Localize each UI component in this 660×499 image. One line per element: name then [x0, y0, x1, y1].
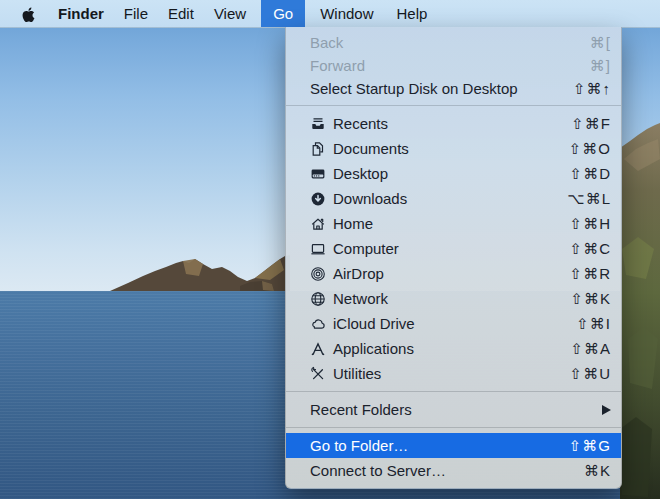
menu-item-icloud-drive[interactable]: iCloud Drive ⇧⌘I — [286, 311, 621, 336]
menubar-label: File — [124, 5, 148, 22]
shortcut-label: ⇧⌘↑ — [573, 80, 611, 98]
menu-item-go-to-folder[interactable]: Go to Folder… ⇧⌘G — [286, 433, 621, 458]
icloud-drive-icon — [310, 316, 326, 332]
shortcut-label: ⇧⌘I — [576, 315, 611, 333]
menu-item-label: Select Startup Disk on Desktop — [310, 80, 518, 97]
shortcut-label: ⇧⌘D — [570, 165, 611, 183]
menubar-item-finder[interactable]: Finder — [48, 0, 114, 27]
shortcut-label: ⌘] — [590, 57, 611, 75]
menu-item-label: Recent Folders — [310, 401, 412, 418]
desktop: Finder File Edit View Go Window Help Bac… — [0, 0, 660, 499]
shortcut-label: ⇧⌘O — [569, 140, 611, 158]
menu-item-label: Computer — [333, 240, 399, 257]
menubar-label: Go — [273, 5, 293, 22]
home-icon — [310, 216, 326, 232]
menu-item-label: Back — [310, 34, 343, 51]
menu-item-utilities[interactable]: Utilities ⇧⌘U — [286, 361, 621, 386]
menu-item-computer[interactable]: Computer ⇧⌘C — [286, 236, 621, 261]
menu-item-label: Documents — [333, 140, 409, 157]
menubar-item-help[interactable]: Help — [387, 0, 438, 27]
menu-item-downloads[interactable]: Downloads ⌥⌘L — [286, 186, 621, 211]
menu-item-label: Recents — [333, 115, 388, 132]
menubar-label: Window — [320, 5, 373, 22]
menu-item-desktop[interactable]: Desktop ⇧⌘D — [286, 161, 621, 186]
menu-item-home[interactable]: Home ⇧⌘H — [286, 211, 621, 236]
menubar-label: Edit — [168, 5, 194, 22]
shortcut-label: ⌥⌘L — [567, 190, 611, 208]
menu-item-recents[interactable]: Recents ⇧⌘F — [286, 111, 621, 136]
menu-item-label: AirDrop — [333, 265, 384, 282]
menubar-item-file[interactable]: File — [114, 0, 158, 27]
documents-icon — [310, 141, 326, 157]
menubar-item-window[interactable]: Window — [310, 0, 383, 27]
menu-item-back: Back ⌘[ — [286, 31, 621, 54]
shortcut-label: ⇧⌘G — [569, 437, 611, 455]
shortcut-label: ⌘K — [584, 462, 611, 480]
menubar-item-go[interactable]: Go — [261, 0, 305, 27]
menu-item-label: Go to Folder… — [310, 437, 408, 454]
network-icon — [310, 291, 326, 307]
menu-separator — [286, 105, 621, 106]
menu-item-label: Home — [333, 215, 373, 232]
shortcut-label: ⇧⌘R — [570, 265, 611, 283]
desktop-icon — [310, 166, 326, 182]
shortcut-label: ⇧⌘A — [570, 340, 611, 358]
menu-item-connect-to-server[interactable]: Connect to Server… ⌘K — [286, 458, 621, 483]
menu-item-label: Forward — [310, 57, 365, 74]
shortcut-label: ⇧⌘F — [571, 115, 611, 133]
apple-menu[interactable] — [0, 0, 48, 27]
shortcut-label: ⌘[ — [590, 34, 611, 52]
menu-item-label: iCloud Drive — [333, 315, 415, 332]
menu-item-recent-folders[interactable]: Recent Folders — [286, 397, 621, 422]
menubar-item-edit[interactable]: Edit — [158, 0, 204, 27]
menu-item-network[interactable]: Network ⇧⌘K — [286, 286, 621, 311]
menu-item-label: Network — [333, 290, 388, 307]
menubar-label: Finder — [58, 5, 104, 22]
menu-item-airdrop[interactable]: AirDrop ⇧⌘R — [286, 261, 621, 286]
go-menu-dropdown: Back ⌘[ Forward ⌘] Select Startup Disk o… — [285, 27, 622, 489]
menu-separator — [286, 427, 621, 428]
menu-item-forward: Forward ⌘] — [286, 54, 621, 77]
menu-separator — [286, 391, 621, 392]
menubar-label: Help — [397, 5, 428, 22]
wallpaper-island — [0, 232, 290, 292]
menu-item-documents[interactable]: Documents ⇧⌘O — [286, 136, 621, 161]
menu-item-label: Downloads — [333, 190, 407, 207]
menu-item-applications[interactable]: Applications ⇧⌘A — [286, 336, 621, 361]
menu-item-select-startup-disk[interactable]: Select Startup Disk on Desktop ⇧⌘↑ — [286, 77, 621, 100]
apple-icon — [21, 5, 36, 22]
menu-item-label: Applications — [333, 340, 414, 357]
menu-bar: Finder File Edit View Go Window Help — [0, 0, 660, 28]
shortcut-label: ⇧⌘U — [570, 365, 611, 383]
computer-icon — [310, 241, 326, 257]
menu-item-label: Desktop — [333, 165, 388, 182]
wallpaper-cliff — [618, 99, 660, 499]
submenu-arrow-icon — [602, 405, 611, 415]
utilities-icon — [310, 366, 326, 382]
menu-item-label: Connect to Server… — [310, 462, 446, 479]
downloads-icon — [310, 191, 326, 207]
applications-icon — [310, 341, 326, 357]
airdrop-icon — [310, 266, 326, 282]
shortcut-label: ⇧⌘K — [570, 290, 611, 308]
menu-item-label: Utilities — [333, 365, 381, 382]
shortcut-label: ⇧⌘H — [570, 215, 611, 233]
shortcut-label: ⇧⌘C — [570, 240, 611, 258]
recents-icon — [310, 116, 326, 132]
menubar-item-view[interactable]: View — [204, 0, 256, 27]
menubar-label: View — [214, 5, 246, 22]
